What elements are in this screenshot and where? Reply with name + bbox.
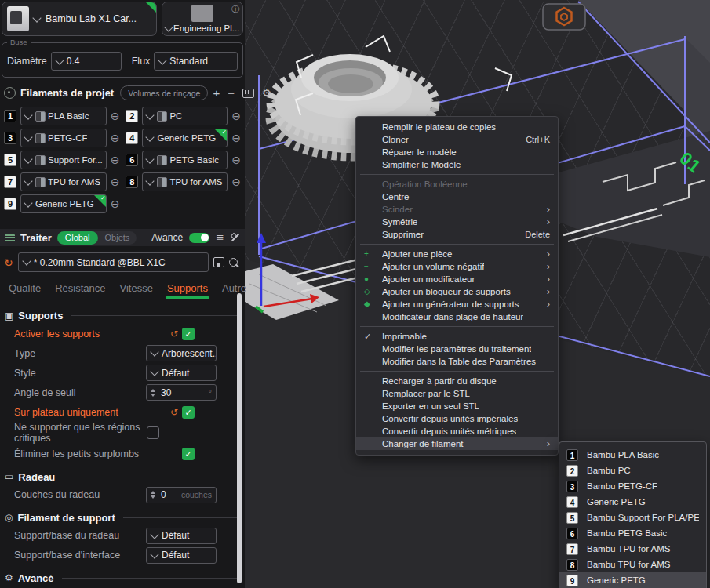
submenu-filament-item[interactable]: 6 Bambu PETG Basic bbox=[559, 525, 706, 541]
enable-supports-checkbox[interactable]: ✓ bbox=[182, 328, 195, 340]
submenu-filament-item[interactable]: 8 Bambu TPU for AMS bbox=[559, 557, 706, 572]
submenu-arrow-icon: › bbox=[547, 217, 550, 227]
support-type-select[interactable]: Arborescent... bbox=[146, 345, 217, 361]
delete-filament-icon[interactable]: ⊖ bbox=[231, 111, 241, 122]
context-menu-item[interactable]: Changer de filament › bbox=[356, 437, 558, 450]
filament-slot: 8 TPU for AMS ⊖ bbox=[126, 172, 241, 191]
delete-filament-icon[interactable]: ⊖ bbox=[231, 154, 241, 165]
tweaks-icon[interactable] bbox=[231, 233, 240, 242]
flow-select[interactable]: Standard bbox=[154, 52, 238, 71]
context-menu-item[interactable]: Centre › bbox=[356, 191, 558, 203]
stepper-arrows-icon[interactable] bbox=[151, 389, 155, 397]
filament-select[interactable]: PETG Basic bbox=[142, 151, 228, 169]
save-preset-icon[interactable] bbox=[213, 257, 224, 267]
filament-select[interactable]: Generic PETG bbox=[142, 129, 228, 147]
delete-filament-icon[interactable]: ⊖ bbox=[111, 111, 120, 122]
reset-preset-icon[interactable]: ↻ bbox=[4, 257, 13, 268]
chevron-down-icon bbox=[24, 132, 32, 141]
context-menu-item[interactable]: Convertir depuis unités impériales › bbox=[356, 412, 558, 425]
context-menu-item[interactable]: ● Ajouter un modificateur › bbox=[356, 273, 558, 285]
on-build-plate-checkbox[interactable]: ✓ bbox=[182, 406, 195, 419]
interface-filament-select[interactable]: Défaut bbox=[146, 547, 217, 564]
context-menu-item[interactable]: ◆ Ajouter un générateur de supports › bbox=[356, 298, 558, 310]
advanced-toggle[interactable] bbox=[189, 233, 209, 243]
add-filament-button[interactable]: + bbox=[213, 89, 220, 97]
context-menu-item[interactable]: Modificateur dans plage de hauteur › bbox=[356, 310, 558, 323]
delete-filament-icon[interactable]: ⊖ bbox=[231, 176, 241, 187]
process-preset-select[interactable]: * 0.20mm Standard @BBL X1C bbox=[18, 252, 209, 272]
delete-filament-icon[interactable]: ⊖ bbox=[111, 176, 120, 187]
submenu-filament-item[interactable]: 7 Bambu TPU for AMS bbox=[559, 541, 706, 557]
info-icon[interactable]: ⓘ bbox=[231, 4, 239, 15]
plate-selector[interactable]: ⓘ Engineering Pl... bbox=[162, 2, 243, 36]
support-style-select[interactable]: Défaut bbox=[146, 365, 217, 381]
context-menu-item[interactable]: Modifier dans la Table des Paramètres › bbox=[356, 355, 558, 368]
context-menu-item[interactable]: Cloner Ctrl+K › bbox=[356, 133, 558, 146]
flush-volumes-button[interactable]: Volumes de rinçage bbox=[120, 85, 208, 100]
delete-filament-icon[interactable]: ⊖ bbox=[111, 198, 120, 209]
submenu-filament-item[interactable]: 5 Bambu Support For PLA/PETG bbox=[559, 510, 706, 525]
undo-icon[interactable]: ↺ bbox=[170, 407, 178, 418]
menu-item-icon: ✓ bbox=[364, 332, 382, 340]
search-icon[interactable] bbox=[229, 258, 238, 267]
context-menu-item[interactable]: Scinder › bbox=[356, 203, 558, 216]
scope-global-tab[interactable]: Global bbox=[57, 231, 98, 245]
scope-objects-tab[interactable]: Objets bbox=[98, 233, 137, 242]
context-menu-item[interactable]: Remplacer par le STL › bbox=[356, 387, 558, 400]
submenu-filament-item[interactable]: 2 Bambu PC bbox=[559, 463, 706, 478]
diameter-select[interactable]: 0.4 bbox=[51, 52, 122, 71]
context-menu-item[interactable]: Symétrie › bbox=[356, 216, 558, 228]
context-menu-item[interactable]: Supprimer Delete › bbox=[356, 228, 558, 241]
threshold-angle-stepper[interactable]: 30 ° bbox=[146, 384, 217, 401]
parameter-list-icon[interactable]: ≣ bbox=[216, 233, 224, 243]
filament-select[interactable]: TPU for AMS bbox=[142, 172, 228, 191]
context-menu-item[interactable]: Exporter en un seul STL › bbox=[356, 400, 558, 412]
settings-tab[interactable]: Qualité bbox=[2, 278, 48, 299]
settings-tab[interactable]: Résistance bbox=[48, 278, 112, 299]
submenu-filament-item[interactable]: 1 Bambu PLA Basic bbox=[559, 447, 706, 463]
context-menu-item[interactable]: + Ajouter une pièce › bbox=[356, 248, 558, 260]
stepper-arrows-icon[interactable] bbox=[151, 491, 155, 499]
submenu-filament-item[interactable]: 9 Generic PETG bbox=[559, 572, 706, 588]
remove-filament-button[interactable]: − bbox=[228, 89, 235, 97]
context-menu-item[interactable]: Modifier les paramètres du traitement › bbox=[356, 343, 558, 355]
settings-tab[interactable]: Supports bbox=[160, 278, 215, 299]
critical-regions-checkbox[interactable] bbox=[147, 426, 159, 439]
filament-number-chip: 2 bbox=[566, 465, 578, 477]
submenu-filament-item[interactable]: 3 Bambu PETG-CF bbox=[559, 478, 706, 494]
filament-select[interactable]: PETG-CF bbox=[20, 129, 107, 147]
filament-settings-gear-icon[interactable]: ⚙ bbox=[262, 88, 271, 98]
raft-layers-stepper[interactable]: 0 couches bbox=[146, 487, 217, 503]
submenu-filament-item[interactable]: 4 Generic PETG bbox=[559, 494, 706, 510]
plate-logo-icon bbox=[543, 4, 585, 30]
ams-icon[interactable] bbox=[242, 89, 254, 98]
undo-icon[interactable]: ↺ bbox=[170, 328, 178, 339]
remove-overhangs-checkbox[interactable]: ✓ bbox=[182, 448, 195, 460]
context-menu-item[interactable]: Convertir depuis unités métriques › bbox=[356, 425, 558, 437]
settings-tab[interactable]: Autre bbox=[215, 278, 253, 299]
context-menu-item[interactable]: − Ajouter un volume négatif › bbox=[356, 260, 558, 273]
settings-tab[interactable]: Vitesse bbox=[113, 278, 160, 299]
context-menu-item[interactable]: Simplifier le Modèle › bbox=[356, 158, 558, 171]
delete-filament-icon[interactable]: ⊖ bbox=[111, 154, 120, 165]
scope-switch[interactable]: Global Objets bbox=[57, 231, 137, 245]
filament-select[interactable]: TPU for AMS bbox=[20, 172, 107, 191]
context-menu-item[interactable]: Opération Booléenne › bbox=[356, 178, 558, 191]
filament-select[interactable]: Generic PETG bbox=[20, 194, 107, 213]
context-menu-item[interactable]: ◇ Ajouter un bloqueur de supports › bbox=[356, 285, 558, 298]
filament-number-chip: 1 bbox=[4, 110, 16, 122]
context-menu-item[interactable]: Recharger à partir du disque › bbox=[356, 375, 558, 387]
delete-filament-icon[interactable]: ⊖ bbox=[231, 132, 241, 143]
printer-name: Bambu Lab X1 Car... bbox=[46, 13, 137, 24]
delete-filament-icon[interactable]: ⊖ bbox=[111, 132, 120, 143]
raft-base-filament-select[interactable]: Défaut bbox=[146, 528, 217, 544]
context-menu-item[interactable]: ✓ Imprimable › bbox=[356, 330, 558, 343]
settings-scrollbar[interactable] bbox=[237, 293, 242, 583]
printer-selector[interactable]: Bambu Lab X1 Car... bbox=[2, 2, 157, 36]
filament-select[interactable]: Support For... bbox=[20, 151, 107, 169]
supports-section-header: ▣ Supports bbox=[3, 310, 242, 321]
filament-select[interactable]: PLA Basic bbox=[20, 107, 107, 125]
context-menu-item[interactable]: Réparer le modèle › bbox=[356, 146, 558, 158]
context-menu-item[interactable]: Remplir le plateau de copies › bbox=[356, 121, 558, 133]
filament-select[interactable]: PC bbox=[142, 107, 228, 125]
